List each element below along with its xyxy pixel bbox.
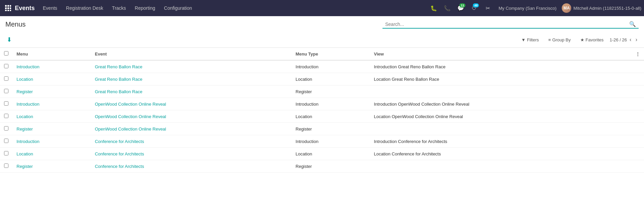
row-checkbox[interactable]: [4, 114, 8, 118]
row-event[interactable]: Conference for Architects: [91, 148, 292, 160]
row-menu-type: Location: [292, 73, 370, 85]
row-checkbox[interactable]: [4, 76, 8, 81]
row-checkbox-cell[interactable]: [0, 98, 12, 110]
row-menu[interactable]: Location: [12, 110, 91, 123]
row-checkbox-cell[interactable]: [0, 135, 12, 148]
row-view: Location OpenWood Collection Online Reve…: [370, 110, 632, 123]
row-view: [370, 123, 632, 135]
download-button[interactable]: ⬇: [5, 35, 13, 45]
filter-icon: ▼: [521, 37, 526, 42]
scissors-icon[interactable]: ✂: [482, 3, 493, 13]
filters-button[interactable]: ▼ Filters: [518, 36, 542, 44]
table-row: Location OpenWood Collection Online Reve…: [0, 110, 644, 123]
svg-rect-7: [7, 10, 9, 11]
row-menu[interactable]: Location: [12, 148, 91, 160]
row-actions: [632, 85, 644, 98]
table-header-row: Menu Event Menu Type View ⋮: [0, 48, 644, 60]
nav-configuration[interactable]: Configuration: [160, 3, 196, 13]
filters-label: Filters: [527, 37, 539, 42]
row-menu-type: Register: [292, 123, 370, 135]
row-actions: [632, 135, 644, 148]
star-icon: ★: [580, 37, 584, 42]
row-view: [370, 85, 632, 98]
table-row: Register Conference for Architects Regis…: [0, 160, 644, 173]
row-menu[interactable]: Register: [12, 123, 91, 135]
phone-icon[interactable]: 📞: [442, 3, 453, 13]
row-event[interactable]: Great Reno Ballon Race: [91, 73, 292, 85]
svg-rect-8: [10, 10, 11, 11]
search-icon[interactable]: 🔍: [629, 21, 636, 27]
toolbar-right: ▼ Filters ≡ Group By ★ Favorites 1-26 / …: [518, 36, 639, 44]
nav-registration-desk[interactable]: Registration Desk: [62, 3, 108, 13]
top-menu: Events Registration Desk Tracks Reportin…: [39, 3, 427, 13]
row-menu-type: Location: [292, 148, 370, 160]
row-menu[interactable]: Location: [12, 73, 91, 85]
select-all-checkbox[interactable]: [4, 51, 8, 56]
chat-badge: 11: [459, 3, 465, 7]
favorites-label: Favorites: [586, 37, 604, 42]
row-checkbox[interactable]: [4, 126, 8, 131]
row-actions: [632, 60, 644, 73]
row-checkbox-cell[interactable]: [0, 148, 12, 160]
select-all-header[interactable]: [0, 48, 12, 60]
nav-events[interactable]: Events: [39, 3, 61, 13]
search-input[interactable]: [385, 22, 629, 27]
user-name: Mitchell Admin (11821551-15-0-all): [573, 6, 641, 11]
row-menu[interactable]: Introduction: [12, 98, 91, 110]
group-by-button[interactable]: ≡ Group By: [545, 36, 574, 44]
col-header-event[interactable]: Event: [91, 48, 292, 60]
row-actions: [632, 148, 644, 160]
row-checkbox-cell[interactable]: [0, 73, 12, 85]
row-checkbox[interactable]: [4, 139, 8, 143]
chat-icon[interactable]: 💬 11: [455, 3, 466, 13]
row-event[interactable]: Conference for Architects: [91, 135, 292, 148]
col-header-actions[interactable]: ⋮: [632, 48, 644, 60]
row-menu[interactable]: Register: [12, 85, 91, 98]
row-actions: [632, 160, 644, 173]
clock-icon[interactable]: ⏱ 48: [469, 3, 480, 13]
row-checkbox-cell[interactable]: [0, 160, 12, 173]
row-checkbox[interactable]: [4, 64, 8, 68]
row-actions: [632, 110, 644, 123]
favorites-button[interactable]: ★ Favorites: [577, 36, 607, 44]
row-checkbox[interactable]: [4, 164, 8, 168]
col-header-menu[interactable]: Menu: [12, 48, 91, 60]
svg-rect-4: [7, 7, 9, 9]
row-event[interactable]: Great Reno Ballon Race: [91, 60, 292, 73]
table-row: Introduction Conference for Architects I…: [0, 135, 644, 148]
row-view: Location Great Reno Ballon Race: [370, 73, 632, 85]
pagination-next[interactable]: ›: [634, 36, 639, 43]
row-menu-type: Location: [292, 110, 370, 123]
row-checkbox-cell[interactable]: [0, 110, 12, 123]
col-header-view[interactable]: View: [370, 48, 632, 60]
svg-rect-0: [5, 5, 7, 7]
row-checkbox-cell[interactable]: [0, 123, 12, 135]
row-menu[interactable]: Introduction: [12, 135, 91, 148]
row-checkbox-cell[interactable]: [0, 85, 12, 98]
row-event[interactable]: Conference for Architects: [91, 160, 292, 173]
pagination-prev[interactable]: ‹: [628, 36, 633, 43]
col-header-menu-type[interactable]: Menu Type: [292, 48, 370, 60]
bug-icon[interactable]: 🐛: [428, 3, 439, 13]
row-event[interactable]: OpenWood Collection Online Reveal: [91, 110, 292, 123]
group-by-icon: ≡: [548, 37, 551, 42]
row-checkbox-cell[interactable]: [0, 60, 12, 73]
row-event[interactable]: Great Reno Ballon Race: [91, 85, 292, 98]
nav-tracks[interactable]: Tracks: [108, 3, 130, 13]
row-checkbox[interactable]: [4, 151, 8, 155]
grid-menu-icon[interactable]: [3, 3, 13, 13]
svg-rect-5: [10, 7, 11, 9]
row-event[interactable]: OpenWood Collection Online Reveal: [91, 123, 292, 135]
row-menu[interactable]: Introduction: [12, 60, 91, 73]
row-checkbox[interactable]: [4, 89, 8, 93]
table-row: Register OpenWood Collection Online Reve…: [0, 123, 644, 135]
row-menu[interactable]: Register: [12, 160, 91, 173]
row-actions: [632, 98, 644, 110]
table-row: Introduction OpenWood Collection Online …: [0, 98, 644, 110]
nav-reporting[interactable]: Reporting: [131, 3, 159, 13]
row-checkbox[interactable]: [4, 101, 8, 106]
clock-badge: 48: [473, 3, 479, 7]
user-menu[interactable]: MA Mitchell Admin (11821551-15-0-all): [562, 3, 641, 13]
pagination: 1-26 / 26 ‹ ›: [610, 36, 639, 43]
row-event[interactable]: OpenWood Collection Online Reveal: [91, 98, 292, 110]
